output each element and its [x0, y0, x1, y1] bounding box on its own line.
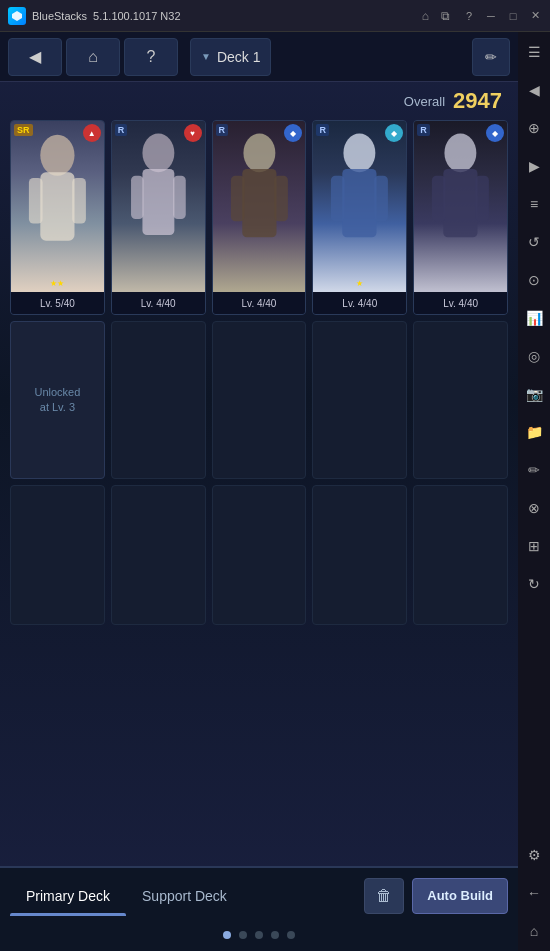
- card-2-rarity: R: [216, 124, 229, 136]
- empty-card-9: [312, 485, 407, 625]
- home-nav-button[interactable]: ⌂: [66, 38, 120, 76]
- svg-rect-8: [173, 176, 186, 219]
- svg-rect-3: [29, 178, 43, 224]
- card-4-inner: R ◆: [414, 121, 507, 292]
- empty-card-4: [312, 321, 407, 479]
- nav-bar: ◀ ⌂ ? ▼ Deck 1 ✏: [0, 32, 518, 82]
- trash-button[interactable]: 🗑: [364, 878, 404, 914]
- svg-point-9: [243, 134, 275, 173]
- sidebar-icon-9[interactable]: ◎: [522, 344, 546, 368]
- app-version: 5.1.100.1017 N32: [93, 10, 180, 22]
- svg-rect-15: [331, 176, 345, 222]
- empty-card-2: [111, 321, 206, 479]
- deck-selector[interactable]: ▼ Deck 1: [190, 38, 271, 76]
- title-bar: BlueStacks 5.1.100.1017 N32 ⌂ ⧉ ? ─ □ ✕: [0, 0, 550, 32]
- sidebar-icon-5[interactable]: ≡: [522, 192, 546, 216]
- card-2-bg: [213, 121, 306, 292]
- card-4-level: Lv. 4/40: [414, 292, 507, 314]
- minimize-button[interactable]: ─: [484, 9, 498, 23]
- tabs-row: Primary Deck Support Deck 🗑 Auto Build: [0, 868, 518, 923]
- sidebar-icon-2[interactable]: ◀: [522, 78, 546, 102]
- svg-rect-18: [443, 169, 477, 237]
- dot-2[interactable]: [239, 931, 247, 939]
- sidebar-icon-4[interactable]: ▶: [522, 154, 546, 178]
- close-button[interactable]: ✕: [528, 9, 542, 23]
- sidebar-icon-11[interactable]: 📁: [522, 420, 546, 444]
- card-4-bg: [414, 121, 507, 292]
- title-bar-right: ⌂ ⧉ ? ─ □ ✕: [422, 9, 542, 23]
- card-3[interactable]: R ◆ ★ Lv. 4/40: [312, 120, 407, 315]
- sidebar-icon-6[interactable]: ↺: [522, 230, 546, 254]
- card-3-level: Lv. 4/40: [313, 292, 406, 314]
- svg-point-17: [445, 134, 477, 173]
- maximize-button[interactable]: □: [506, 9, 520, 23]
- sidebar-icon-14[interactable]: ⊞: [522, 534, 546, 558]
- overall-label: Overall: [404, 94, 445, 109]
- tab-actions: 🗑 Auto Build: [364, 878, 508, 914]
- svg-rect-2: [40, 172, 74, 240]
- primary-deck-tab[interactable]: Primary Deck: [10, 880, 126, 912]
- card-0-badge: ▲: [83, 124, 101, 142]
- dropdown-arrow-icon: ▼: [201, 51, 211, 62]
- dot-1[interactable]: [223, 931, 231, 939]
- right-sidebar: ☰ ◀ ⊕ ▶ ≡ ↺ ⊙ 📊 ◎ 📷 📁 ✏ ⊗ ⊞ ↻ ⚙ ← ⌂: [518, 32, 550, 951]
- card-1-rarity: R: [115, 124, 128, 136]
- auto-build-button[interactable]: Auto Build: [412, 878, 508, 914]
- cards-row: SR ▲ ★★ Lv. 5/40 R ♥: [0, 120, 518, 315]
- svg-rect-6: [142, 169, 174, 235]
- window-controls: ? ─ □ ✕: [462, 9, 542, 23]
- unlocked-card[interactable]: Unlockedat Lv. 3: [10, 321, 105, 479]
- svg-rect-14: [343, 169, 377, 237]
- game-area: ◀ ⌂ ? ▼ Deck 1 ✏ Overall 2947: [0, 32, 518, 951]
- unlocked-text: Unlockedat Lv. 3: [34, 385, 80, 416]
- card-0-level: Lv. 5/40: [11, 292, 104, 314]
- auto-build-label: Auto Build: [427, 888, 493, 903]
- card-2[interactable]: R ◆ Lv. 4/40: [212, 120, 307, 315]
- help-button[interactable]: ?: [462, 9, 476, 23]
- cards-grid-row2: Unlockedat Lv. 3: [0, 315, 518, 485]
- sidebar-icon-15[interactable]: ↻: [522, 572, 546, 596]
- sidebar-icon-7[interactable]: ⊙: [522, 268, 546, 292]
- home-icon[interactable]: ⌂: [422, 9, 429, 23]
- sidebar-icon-10[interactable]: 📷: [522, 382, 546, 406]
- cards-grid-row3: [0, 485, 518, 625]
- dot-3[interactable]: [255, 931, 263, 939]
- svg-rect-4: [72, 178, 86, 224]
- svg-rect-7: [131, 176, 144, 219]
- help-nav-button[interactable]: ?: [124, 38, 178, 76]
- overall-value: 2947: [453, 88, 502, 114]
- support-deck-tab[interactable]: Support Deck: [126, 880, 243, 912]
- sidebar-icon-8[interactable]: 📊: [522, 306, 546, 330]
- card-4[interactable]: R ◆ Lv. 4/40: [413, 120, 508, 315]
- settings-icon[interactable]: ⚙: [522, 843, 546, 867]
- edit-icon: ✏: [485, 49, 497, 65]
- svg-rect-16: [375, 176, 389, 222]
- app-title: BlueStacks: [32, 10, 87, 22]
- sidebar-icon-3[interactable]: ⊕: [522, 116, 546, 140]
- edit-deck-button[interactable]: ✏: [472, 38, 510, 76]
- card-0-bg: [11, 121, 104, 292]
- dot-4[interactable]: [271, 931, 279, 939]
- dot-5[interactable]: [287, 931, 295, 939]
- back-button[interactable]: ◀: [8, 38, 62, 76]
- sidebar-icon-12[interactable]: ✏: [522, 458, 546, 482]
- empty-card-6: [10, 485, 105, 625]
- empty-card-7: [111, 485, 206, 625]
- help-icon: ?: [147, 48, 156, 66]
- card-1[interactable]: R ♥ Lv. 4/40: [111, 120, 206, 315]
- home-nav-icon: ⌂: [88, 48, 98, 66]
- sidebar-icon-1[interactable]: ☰: [522, 40, 546, 64]
- card-3-rarity: R: [316, 124, 329, 136]
- title-bar-left: BlueStacks 5.1.100.1017 N32: [8, 7, 181, 25]
- home-sidebar-icon[interactable]: ⌂: [522, 919, 546, 943]
- back-icon[interactable]: ←: [522, 881, 546, 905]
- sidebar-icon-13[interactable]: ⊗: [522, 496, 546, 520]
- back-arrow-icon: ◀: [29, 47, 41, 66]
- svg-point-1: [40, 135, 74, 176]
- card-0[interactable]: SR ▲ ★★ Lv. 5/40: [10, 120, 105, 315]
- deck-name: Deck 1: [217, 49, 261, 65]
- card-2-level: Lv. 4/40: [213, 292, 306, 314]
- card-0-inner: SR ▲ ★★: [11, 121, 104, 292]
- svg-rect-11: [230, 176, 244, 222]
- copy-icon[interactable]: ⧉: [441, 9, 450, 23]
